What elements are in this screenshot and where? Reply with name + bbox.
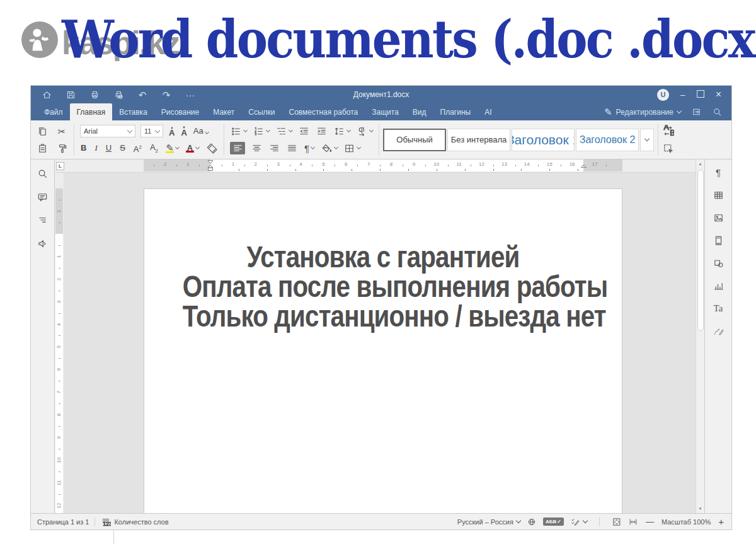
cut-button[interactable]: ✂ (56, 125, 67, 137)
style-normal[interactable]: Обычный (383, 129, 446, 151)
tab-вид[interactable]: Вид (406, 103, 433, 120)
text-art-settings-button[interactable]: Ta (713, 302, 724, 315)
language-selector[interactable]: Русский – Россия (457, 518, 520, 526)
align-left-button[interactable] (230, 142, 245, 154)
tab-файл[interactable]: Файл (37, 103, 70, 120)
chart-settings-button[interactable] (713, 279, 724, 292)
quick-print-button[interactable] (106, 87, 130, 102)
headings-panel-button[interactable] (37, 214, 49, 226)
redo-button[interactable]: ↷ (154, 87, 178, 102)
scrollbar-thumb[interactable] (697, 170, 704, 331)
justify-button[interactable] (286, 142, 298, 154)
tab-ссылки[interactable]: Ссылки (241, 103, 282, 120)
document-page[interactable]: Установка с гарантией Оплата после выпол… (144, 188, 622, 513)
tab-плагины[interactable]: Плагины (433, 103, 478, 120)
horizontal-ruler[interactable]: L 211234567891011121314151617 (55, 159, 696, 173)
spellcheck-toggle[interactable]: АБВ ✓ (543, 518, 564, 526)
format-painter-button[interactable] (56, 142, 68, 154)
italic-button[interactable]: I (94, 142, 98, 154)
fit-width-button[interactable] (628, 517, 638, 527)
first-line-indent-marker[interactable] (207, 160, 214, 171)
word-count-button[interactable]: Количество слов (101, 517, 168, 527)
feedback-button[interactable] (37, 237, 49, 250)
bold-button[interactable]: B (80, 142, 87, 154)
style-gallery-more-button[interactable] (640, 129, 654, 151)
decrease-indent-button[interactable] (298, 125, 310, 137)
zoom-in-button[interactable]: + (717, 516, 725, 527)
home-button[interactable] (35, 87, 59, 102)
scroll-down-arrow[interactable]: ▾ (696, 506, 704, 511)
font-name-select[interactable]: Arial (80, 125, 135, 137)
user-avatar[interactable]: U (657, 89, 669, 101)
style-heading2[interactable]: Заголовок 2 (576, 129, 639, 151)
open-file-location-button[interactable] (691, 105, 702, 120)
decrease-font-button[interactable]: ▾A (180, 125, 187, 137)
document-viewport[interactable]: 1123456789101112 Установка с гарантией О… (55, 173, 696, 513)
search-panel-button[interactable] (37, 167, 49, 180)
track-changes-button[interactable] (570, 517, 587, 527)
paragraph-direction-button[interactable] (356, 125, 373, 137)
paragraph-settings-button[interactable]: ¶ (713, 166, 724, 178)
shape-settings-button[interactable] (713, 257, 724, 269)
style-heading1[interactable]: Заголовок 1 (512, 129, 575, 151)
copy-button[interactable] (37, 125, 49, 137)
tab-stop-selector[interactable]: L (56, 162, 64, 170)
vertical-ruler[interactable]: 1123456789101112 (55, 173, 64, 513)
image-settings-button[interactable] (713, 211, 724, 224)
style-no-spacing[interactable]: Без интервала (447, 129, 510, 151)
increase-indent-button[interactable] (316, 125, 328, 137)
tab-защита[interactable]: Защита (365, 103, 406, 120)
tab-рисование[interactable]: Рисование (154, 103, 206, 120)
zoom-out-button[interactable]: — (644, 517, 655, 526)
tab-вставка[interactable]: Вставка (112, 103, 154, 120)
scroll-up-arrow[interactable]: ▴ (696, 161, 704, 166)
table-settings-button[interactable] (713, 188, 724, 201)
borders-button[interactable] (343, 142, 360, 154)
minimize-button[interactable]: – (680, 90, 685, 99)
save-button[interactable] (59, 87, 83, 102)
vertical-scrollbar[interactable]: ▴ ▾ (696, 159, 704, 513)
nonprinting-chars-button[interactable]: ¶ (304, 142, 315, 154)
page-indicator[interactable]: Страница 1 из 1 (37, 518, 89, 526)
font-size-select[interactable]: 11 (140, 125, 163, 137)
superscript-button[interactable]: A2 (133, 142, 142, 154)
font-color-button[interactable]: A (186, 142, 199, 154)
print-button[interactable] (83, 87, 106, 102)
tab-макет[interactable]: Макет (206, 103, 241, 120)
search-button[interactable] (712, 105, 723, 120)
tab-ai[interactable]: AI (478, 103, 498, 120)
multilevel-list-button[interactable] (275, 125, 292, 137)
zoom-level[interactable]: Масштаб 100% (662, 518, 711, 526)
undo-button[interactable]: ↶ (130, 87, 154, 102)
comments-panel-button[interactable] (37, 190, 49, 203)
close-button[interactable]: × (716, 90, 721, 100)
edit-mode-selector[interactable]: ✎ Редактирование (604, 107, 681, 118)
select-all-button[interactable] (662, 142, 674, 155)
fit-page-button[interactable] (612, 517, 622, 527)
change-case-button[interactable]: Aa (193, 125, 210, 137)
increase-font-button[interactable]: ▴A (168, 125, 175, 137)
signature-settings-button[interactable] (713, 325, 724, 337)
align-right-button[interactable] (268, 142, 280, 154)
align-center-button[interactable] (251, 142, 263, 154)
tab-главная[interactable]: Главная (70, 103, 113, 120)
line-spacing-button[interactable] (333, 125, 350, 137)
maximize-button[interactable] (697, 90, 704, 99)
replace-button[interactable] (662, 125, 674, 137)
more-actions-button[interactable]: ··· (178, 87, 202, 102)
shading-button[interactable] (321, 142, 338, 154)
subscript-button[interactable]: A2 (149, 142, 159, 154)
set-language-button[interactable] (527, 517, 537, 527)
highlight-color-button[interactable]: ✎ (166, 142, 179, 154)
header-footer-settings-button[interactable] (713, 234, 724, 246)
bullets-button[interactable] (230, 125, 247, 137)
ruler-mark: 9 (413, 162, 415, 167)
paste-button[interactable] (37, 142, 49, 154)
clear-style-button[interactable] (206, 142, 218, 154)
underline-button[interactable]: U (105, 142, 112, 154)
tab-совместная-работа[interactable]: Совместная работа (282, 103, 365, 120)
strikethrough-button[interactable]: S (119, 142, 126, 154)
kaspi-logo-icon (21, 21, 58, 58)
font-color-swatch (186, 151, 194, 153)
numbering-button[interactable] (253, 125, 270, 137)
